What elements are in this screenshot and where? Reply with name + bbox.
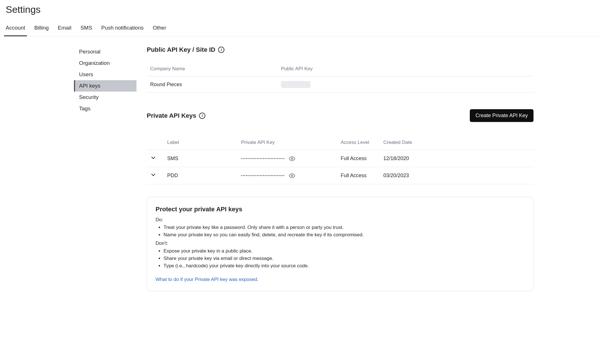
private-key-cell: •••••••••••••••••••••••••••• [241,173,341,179]
column-header: Created Date [383,140,426,145]
private-key-cell: •••••••••••••••••••••••••••• [241,156,341,162]
info-icon[interactable]: i [199,113,205,119]
table-row: Round Pieces [147,76,533,93]
created-date-cell: 03/20/2023 [383,173,426,179]
list-item: Name your private key so you can easily … [164,231,525,239]
sidebar-item-users[interactable]: Users [74,69,137,80]
do-list: Treat your private key like a password. … [156,224,525,239]
tab-other[interactable]: Other [153,22,166,36]
eye-icon[interactable] [289,173,295,179]
column-header: Private API Key [241,140,341,145]
column-header: Company Name [150,66,281,72]
chevron-down-icon[interactable] [150,155,156,161]
public-key-section-title: Public API Key / Site ID [147,46,215,53]
settings-tabs: AccountBillingEmailSMSPush notifications… [6,22,602,36]
chevron-down-icon[interactable] [150,172,156,178]
public-key-section-header: Public API Key / Site ID i [147,46,533,53]
create-private-key-button[interactable]: Create Private API Key [470,109,533,122]
created-date-cell: 12/18/2020 [383,156,426,162]
private-key-section-title: Private API Keys [147,112,196,119]
access-level-cell: Full Access [341,173,383,179]
table-header-row: Label Private API Key Access Level Creat… [147,130,533,150]
table-row: SMS••••••••••••••••••••••••••••Full Acce… [147,150,533,167]
tab-email[interactable]: Email [58,22,71,36]
access-level-cell: Full Access [341,156,383,162]
public-key-cell [281,81,530,88]
tab-sms[interactable]: SMS [80,22,92,36]
masked-key-placeholder[interactable] [281,81,311,88]
sidebar-item-personal[interactable]: Personal [74,46,137,57]
tab-account[interactable]: Account [6,22,25,36]
svg-point-0 [291,158,293,160]
settings-sidebar: PersonalOrganizationUsersAPI keysSecurit… [74,46,137,291]
exposed-key-link[interactable]: What to do if your Private API key was e… [156,277,258,282]
company-name-cell: Round Pieces [150,82,281,88]
column-header: Access Level [341,140,383,145]
do-label: Do: [156,217,525,223]
tab-billing[interactable]: Billing [34,22,49,36]
sidebar-item-tags[interactable]: Tags [74,103,137,114]
dont-label: Don't: [156,241,525,246]
masked-key-dots: •••••••••••••••••••••••••••• [241,174,285,177]
svg-point-1 [291,175,293,177]
public-key-table: Company Name Public API Key Round Pieces [147,61,533,93]
table-row: PDD••••••••••••••••••••••••••••Full Acce… [147,167,533,184]
dont-list: Expose your private key in a public plac… [156,247,525,270]
protect-card-title: Protect your private API keys [156,206,525,213]
eye-icon[interactable] [289,156,295,162]
list-item: Expose your private key in a public plac… [164,247,525,255]
sidebar-item-security[interactable]: Security [74,92,137,103]
column-header: Public API Key [281,66,530,72]
key-label-cell: SMS [167,156,241,162]
table-header-row: Company Name Public API Key [147,61,533,76]
list-item: Type (i.e., hardcode) your private key d… [164,262,525,270]
column-header: Label [167,140,241,145]
protect-keys-card: Protect your private API keys Do: Treat … [147,197,533,291]
key-label-cell: PDD [167,173,241,179]
info-icon[interactable]: i [218,47,224,53]
tab-push-notifications[interactable]: Push notifications [101,22,144,36]
private-key-table: Label Private API Key Access Level Creat… [147,130,533,184]
main-content: Public API Key / Site ID i Company Name … [147,46,545,291]
sidebar-item-organization[interactable]: Organization [74,57,137,69]
page-title: Settings [6,4,602,15]
list-item: Treat your private key like a password. … [164,224,525,231]
masked-key-dots: •••••••••••••••••••••••••••• [241,157,285,160]
list-item: Share your private key via email or dire… [164,255,525,262]
sidebar-item-api-keys[interactable]: API keys [74,80,137,92]
